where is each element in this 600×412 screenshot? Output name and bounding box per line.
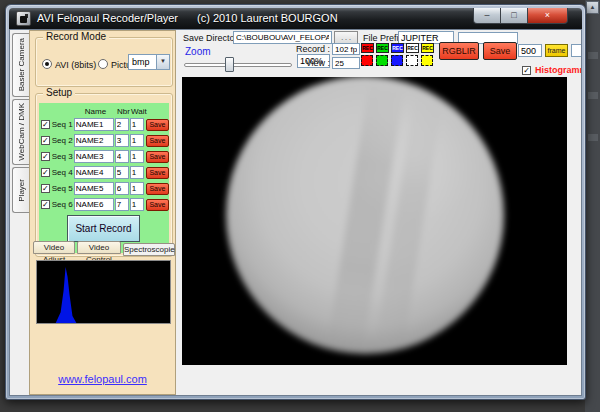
client-area: Basler Camera WebCam / DMK Player Record… bbox=[9, 29, 582, 396]
view-label: View : bbox=[295, 58, 330, 68]
avi-radio[interactable] bbox=[42, 59, 52, 69]
planet-highlight bbox=[337, 93, 490, 218]
seq1-nbr-input[interactable] bbox=[115, 118, 129, 131]
record-mode-title: Record Mode bbox=[43, 31, 109, 42]
minimize-button[interactable]: – bbox=[473, 8, 501, 24]
background-artifact bbox=[588, 92, 598, 99]
seq1-name-input[interactable] bbox=[74, 118, 114, 131]
swatch-yellow[interactable] bbox=[421, 55, 433, 66]
background-artifact bbox=[588, 52, 598, 59]
record-fps-input[interactable] bbox=[332, 43, 360, 55]
window-title: AVI Felopaul Recoder/Player bbox=[37, 12, 178, 24]
window-copyright: (c) 2010 Laurent BOURGON bbox=[197, 12, 338, 24]
start-record-button[interactable]: Start Record bbox=[67, 215, 140, 242]
seq6-wait-input[interactable] bbox=[130, 198, 144, 211]
format-dropdown[interactable]: bmp ▼ bbox=[128, 54, 170, 70]
picturecap-radio[interactable] bbox=[98, 59, 108, 69]
zoom-slider-thumb[interactable] bbox=[225, 57, 234, 72]
rec-yellow-button[interactable]: REC bbox=[421, 43, 434, 53]
swatch-green[interactable] bbox=[376, 55, 388, 66]
seq1-checkbox[interactable]: ✓ bbox=[41, 120, 50, 129]
seq5-nbr-input[interactable] bbox=[115, 182, 129, 195]
maximize-button[interactable]: □ bbox=[501, 8, 528, 24]
view-input[interactable] bbox=[332, 57, 360, 69]
seq6-save-button[interactable]: Save bbox=[146, 199, 169, 211]
seq6-name-input[interactable] bbox=[74, 198, 114, 211]
sequence-row: ✓ Seq 3 Save bbox=[41, 150, 169, 163]
tab-spectroscopie[interactable]: Spectroscopie bbox=[123, 243, 175, 256]
background-artifact bbox=[588, 134, 598, 141]
sequence-row: ✓ Seq 4 Save bbox=[41, 166, 169, 179]
seq2-name-input[interactable] bbox=[74, 134, 114, 147]
seq2-checkbox[interactable]: ✓ bbox=[41, 136, 50, 145]
seq4-nbr-input[interactable] bbox=[115, 166, 129, 179]
background-window-edge: ▲ bbox=[585, 0, 600, 412]
swatch-white[interactable] bbox=[406, 55, 418, 66]
record-mode-group: Record Mode AVI (8bits) PictureCap bmp ▼ bbox=[35, 37, 173, 87]
tab-video-adjust[interactable]: Video Adjust bbox=[33, 241, 75, 254]
tab-player[interactable]: Player bbox=[12, 167, 29, 213]
frame-extra-input[interactable] bbox=[571, 44, 582, 57]
rec-channel-buttons: REC REC REC REC REC bbox=[361, 43, 436, 53]
seq4-save-button[interactable]: Save bbox=[146, 167, 169, 179]
zoom-slider-track[interactable] bbox=[184, 63, 292, 67]
record-fps-label: Record : bbox=[295, 44, 330, 54]
channel-color-swatches bbox=[361, 55, 436, 66]
sequence-row: ✓ Seq 6 Save bbox=[41, 198, 169, 211]
frame-count-input[interactable] bbox=[518, 44, 542, 57]
seq2-save-button[interactable]: Save bbox=[146, 135, 169, 147]
seq3-wait-input[interactable] bbox=[130, 150, 144, 163]
seq5-checkbox[interactable]: ✓ bbox=[41, 184, 50, 193]
tab-basler-camera[interactable]: Basler Camera bbox=[12, 33, 29, 97]
desktop-background: ▲ AVI Felopaul Recoder/Player (c) 2010 L… bbox=[0, 0, 600, 412]
zoom-label: Zoom bbox=[185, 46, 211, 57]
frame-button[interactable]: frame bbox=[545, 44, 568, 57]
background-scrollbar-up-icon: ▲ bbox=[586, 1, 599, 14]
swatch-red[interactable] bbox=[361, 55, 373, 66]
seq6-checkbox[interactable]: ✓ bbox=[41, 200, 50, 209]
rec-white-button[interactable]: REC bbox=[406, 43, 419, 53]
titlebar[interactable]: AVI Felopaul Recoder/Player (c) 2010 Lau… bbox=[9, 8, 582, 29]
tab-video-control[interactable]: Video Control bbox=[77, 241, 121, 254]
sequence-row: ✓ Seq 2 Save bbox=[41, 134, 169, 147]
seq3-save-button[interactable]: Save bbox=[146, 151, 169, 163]
seq2-label: Seq 2 bbox=[52, 136, 74, 145]
seq4-checkbox[interactable]: ✓ bbox=[41, 168, 50, 177]
histogramme-checkbox[interactable]: ✓ bbox=[522, 66, 531, 75]
save-directory-input[interactable] bbox=[233, 31, 332, 44]
control-panel: Record Mode AVI (8bits) PictureCap bmp ▼… bbox=[29, 30, 176, 395]
app-window: AVI Felopaul Recoder/Player (c) 2010 Lau… bbox=[5, 4, 586, 400]
seq4-name-input[interactable] bbox=[74, 166, 114, 179]
seq2-nbr-input[interactable] bbox=[115, 134, 129, 147]
seq3-nbr-input[interactable] bbox=[115, 150, 129, 163]
seq3-name-input[interactable] bbox=[74, 150, 114, 163]
rec-red-button[interactable]: REC bbox=[361, 43, 374, 53]
seq1-save-button[interactable]: Save bbox=[146, 119, 169, 131]
save-capture-button[interactable]: Save bbox=[483, 42, 517, 60]
capture-panel: Save Directory : . . . File Prefix : Zoo… bbox=[177, 30, 581, 395]
sequence-row: ✓ Seq 5 Save bbox=[41, 182, 169, 195]
rgblir-button[interactable]: RGBLIR bbox=[439, 42, 479, 60]
website-link[interactable]: www.felopaul.com bbox=[30, 373, 175, 385]
header-wait: Wait bbox=[131, 107, 146, 116]
seq1-wait-input[interactable] bbox=[130, 118, 144, 131]
rec-blue-button[interactable]: REC bbox=[391, 43, 404, 53]
avi-radio-label: AVI (8bits) bbox=[55, 60, 96, 70]
seq2-wait-input[interactable] bbox=[130, 134, 144, 147]
setup-title: Setup bbox=[43, 87, 75, 98]
rec-green-button[interactable]: REC bbox=[376, 43, 389, 53]
tab-webcam-dmk[interactable]: WebCam / DMK bbox=[12, 99, 29, 165]
window-controls: – □ × bbox=[473, 8, 568, 24]
close-button[interactable]: × bbox=[528, 8, 568, 24]
sequence-panel: Name Nbr Wait ✓ Seq 1 Save bbox=[39, 103, 169, 253]
swatch-blue[interactable] bbox=[391, 55, 403, 66]
seq3-checkbox[interactable]: ✓ bbox=[41, 152, 50, 161]
seq5-name-input[interactable] bbox=[74, 182, 114, 195]
seq1-label: Seq 1 bbox=[52, 120, 74, 129]
chevron-down-icon[interactable]: ▼ bbox=[156, 55, 169, 69]
seq4-wait-input[interactable] bbox=[130, 166, 144, 179]
seq5-save-button[interactable]: Save bbox=[146, 183, 169, 195]
seq6-nbr-input[interactable] bbox=[115, 198, 129, 211]
sequence-header: Name Nbr Wait bbox=[41, 105, 169, 117]
seq5-wait-input[interactable] bbox=[130, 182, 144, 195]
